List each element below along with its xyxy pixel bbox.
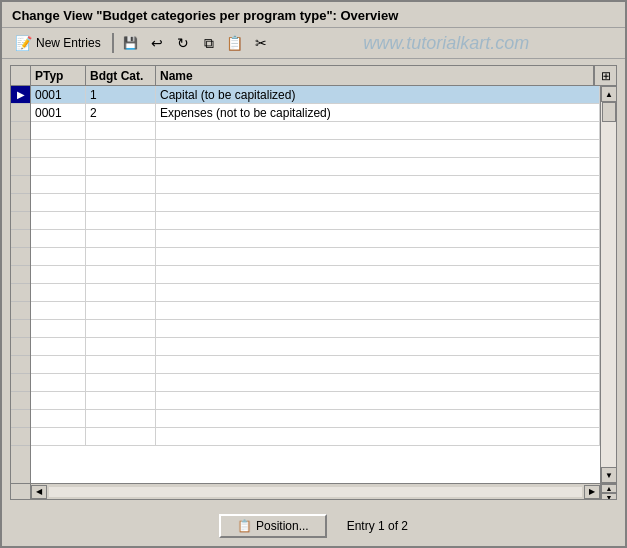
row-indicator[interactable] (11, 176, 30, 194)
cell-bdgt (86, 284, 156, 301)
h-scroll-inner: ◀ ▶ (31, 484, 600, 499)
cell-name (156, 374, 600, 391)
table-row[interactable] (31, 356, 600, 374)
cell-bdgt (86, 356, 156, 373)
cell-bdgt (86, 176, 156, 193)
copy-icon: ⧉ (204, 35, 214, 52)
table-row[interactable] (31, 248, 600, 266)
table-row[interactable] (31, 266, 600, 284)
cell-name: Capital (to be capitalized) (156, 86, 600, 103)
save-button[interactable]: 💾 (120, 32, 142, 54)
row-indicator[interactable] (11, 338, 30, 356)
row-indicator[interactable] (11, 194, 30, 212)
cell-name (156, 284, 600, 301)
table-row[interactable] (31, 212, 600, 230)
paste-button[interactable]: 📋 (224, 32, 246, 54)
table-row[interactable] (31, 194, 600, 212)
table-row[interactable]: 00012Expenses (not to be capitalized) (31, 104, 600, 122)
row-indicator[interactable] (11, 122, 30, 140)
table-row[interactable] (31, 176, 600, 194)
row-indicator[interactable] (11, 212, 30, 230)
row-indicator[interactable] (11, 284, 30, 302)
scroll-down-button[interactable]: ▼ (601, 467, 616, 483)
row-indicator[interactable] (11, 374, 30, 392)
cell-name (156, 302, 600, 319)
scroll-thumb[interactable] (602, 102, 616, 122)
table-header: PTyp Bdgt Cat. Name ⊞ (11, 66, 616, 86)
bottom-bar: 📋 Position... Entry 1 of 2 (2, 506, 625, 546)
back-button[interactable]: ↩ (146, 32, 168, 54)
table-row[interactable] (31, 158, 600, 176)
h-scroll-right: ▲ ▼ (600, 484, 616, 499)
col-header-ptyp: PTyp (31, 66, 86, 85)
content-area: PTyp Bdgt Cat. Name ⊞ ▶ (2, 59, 625, 506)
delete-button[interactable]: ✂ (250, 32, 272, 54)
row-indicator[interactable] (11, 428, 30, 446)
table-row[interactable] (31, 320, 600, 338)
cell-name (156, 230, 600, 247)
cell-ptyp: 0001 (31, 104, 86, 121)
cell-name (156, 428, 600, 445)
cell-name (156, 176, 600, 193)
cell-name (156, 320, 600, 337)
row-indicator[interactable] (11, 140, 30, 158)
undo-button[interactable]: ↻ (172, 32, 194, 54)
scroll-up-button[interactable]: ▲ (601, 86, 616, 102)
table-row[interactable]: 00011Capital (to be capitalized) (31, 86, 600, 104)
row-indicator[interactable] (11, 410, 30, 428)
cell-ptyp (31, 176, 86, 193)
column-settings-icon: ⊞ (601, 69, 611, 83)
table-row[interactable] (31, 392, 600, 410)
row-indicator[interactable] (11, 104, 30, 122)
table-row[interactable] (31, 374, 600, 392)
cell-ptyp (31, 122, 86, 139)
table-body: ▶ (11, 86, 616, 483)
table-row[interactable] (31, 410, 600, 428)
row-indicators: ▶ (11, 86, 31, 483)
scroll-track[interactable] (601, 102, 616, 467)
cell-bdgt (86, 392, 156, 409)
table-row[interactable] (31, 230, 600, 248)
cell-bdgt (86, 374, 156, 391)
scroll-left-button[interactable]: ◀ (31, 485, 47, 499)
cell-name (156, 338, 600, 355)
table-row[interactable] (31, 122, 600, 140)
h-scroll-down-btn[interactable]: ▼ (601, 493, 617, 500)
position-button[interactable]: 📋 Position... (219, 514, 327, 538)
table-row[interactable] (31, 284, 600, 302)
cell-ptyp (31, 158, 86, 175)
new-entries-button[interactable]: 📝 New Entries (10, 32, 106, 54)
row-indicator[interactable] (11, 302, 30, 320)
scroll-right-button[interactable]: ▶ (584, 485, 600, 499)
row-indicator[interactable] (11, 158, 30, 176)
table-row[interactable] (31, 140, 600, 158)
cell-bdgt (86, 140, 156, 157)
watermark: www.tutorialkart.com (276, 33, 617, 54)
cell-ptyp (31, 410, 86, 427)
save-icon: 💾 (123, 36, 138, 50)
cell-name (156, 392, 600, 409)
table-row[interactable] (31, 302, 600, 320)
row-indicator[interactable] (11, 248, 30, 266)
vertical-scrollbar[interactable]: ▲ ▼ (600, 86, 616, 483)
row-indicator[interactable] (11, 392, 30, 410)
cell-bdgt (86, 158, 156, 175)
row-indicator[interactable] (11, 230, 30, 248)
table-row[interactable] (31, 338, 600, 356)
row-indicator[interactable] (11, 320, 30, 338)
h-scroll-up-btn[interactable]: ▲ (601, 484, 617, 493)
cell-bdgt (86, 248, 156, 265)
table-row[interactable] (31, 428, 600, 446)
h-scroll-track[interactable] (49, 487, 582, 497)
horizontal-scroll-area[interactable]: ◀ ▶ ▲ ▼ (11, 483, 616, 499)
cell-ptyp (31, 284, 86, 301)
cell-name (156, 140, 600, 157)
row-indicator[interactable] (11, 266, 30, 284)
paste-icon: 📋 (226, 35, 243, 51)
column-settings-button[interactable]: ⊞ (594, 66, 616, 85)
row-indicator[interactable]: ▶ (11, 86, 30, 104)
row-indicator[interactable] (11, 356, 30, 374)
cell-ptyp (31, 356, 86, 373)
copy-button[interactable]: ⧉ (198, 32, 220, 54)
cell-ptyp (31, 140, 86, 157)
